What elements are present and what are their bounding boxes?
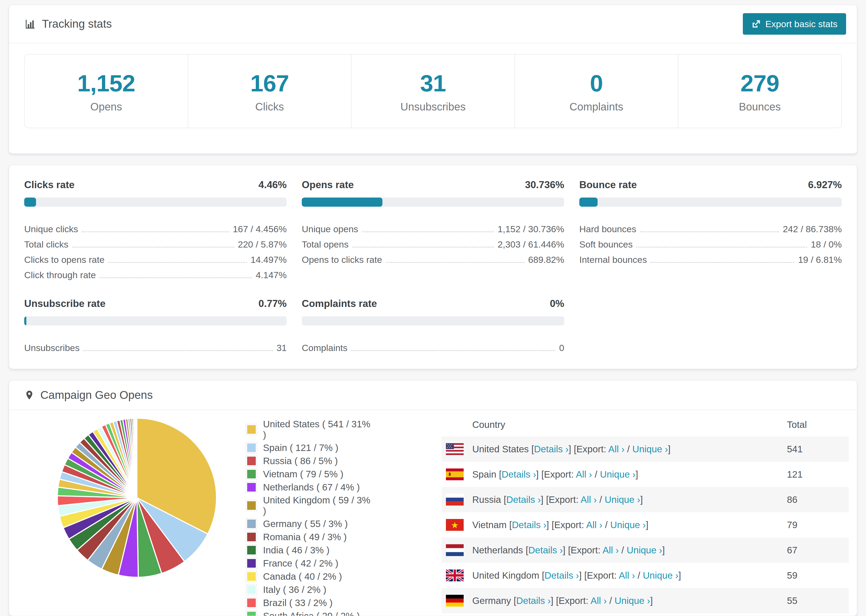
rate-stat-value: 2,303 / 61.446% <box>498 239 564 250</box>
legend-swatch <box>246 424 257 435</box>
stat-label: Complaints <box>570 101 624 113</box>
legend-item[interactable]: Spain ( 121 / 7% ) <box>246 442 372 453</box>
rate-block-header: Opens rate 30.736% <box>302 179 564 190</box>
geo-table-header: Country Total <box>442 413 849 437</box>
stats-summary-row: 1,152 Opens 167 Clicks 31 Unsubscribes 0… <box>24 54 842 128</box>
stat-clicks: 167 Clicks <box>188 55 351 128</box>
rate-block-header: Complaints rate 0% <box>302 298 564 310</box>
rate-block: Unsubscribe rate 0.77% Unsubscribes 31 <box>24 298 287 353</box>
tracking-stats-header: Tracking stats Export basic stats <box>9 5 857 43</box>
export-all-link[interactable]: All › <box>608 444 625 454</box>
country-cell: United Kingdom [Details ›] [Export: All … <box>472 570 787 581</box>
geo-table-row: Netherlands [Details ›] [Export: All › /… <box>442 537 849 563</box>
legend-item[interactable]: India ( 46 / 3% ) <box>246 545 372 556</box>
details-link[interactable]: Details › <box>502 469 536 479</box>
legend-swatch <box>246 500 257 511</box>
rate-stat-row: Hard bounces 242 / 86.738% <box>579 219 842 234</box>
export-unique-link[interactable]: Unique › <box>610 520 646 530</box>
rate-stat-value: 14.497% <box>251 255 287 265</box>
rate-stat-value: 19 / 6.81% <box>798 255 842 265</box>
legend-item[interactable]: Germany ( 55 / 3% ) <box>246 518 372 530</box>
rate-stat-row: Soft bounces 18 / 0% <box>579 234 842 250</box>
rate-stat-label: Hard bounces <box>579 224 636 234</box>
export-all-link[interactable]: All › <box>602 545 619 555</box>
details-link[interactable]: Details › <box>506 494 540 505</box>
country-total: 121 <box>787 469 849 480</box>
details-link[interactable]: Details › <box>512 520 546 530</box>
legend-label: Spain ( 121 / 7% ) <box>263 442 339 453</box>
export-icon <box>751 19 761 29</box>
country-name: Vietnam <box>472 520 507 530</box>
progress-bar <box>302 198 564 207</box>
export-unique-link[interactable]: Unique › <box>605 494 640 505</box>
legend-item[interactable]: Netherlands ( 67 / 4% ) <box>246 482 372 493</box>
details-link[interactable]: Details › <box>545 570 579 580</box>
dotted-leader <box>386 262 524 263</box>
country-cell: United States [Details ›] [Export: All ›… <box>472 444 787 454</box>
export-all-link[interactable]: All › <box>590 595 607 606</box>
geo-opens-pie-chart <box>54 415 220 581</box>
legend-item[interactable]: Canada ( 40 / 2% ) <box>246 571 372 582</box>
rate-stat-label: Total opens <box>302 239 348 250</box>
export-unique-link[interactable]: Unique › <box>600 469 636 479</box>
export-unique-link[interactable]: Unique › <box>614 595 650 606</box>
pie-legend: United States ( 541 / 31% ) Spain ( 121 … <box>246 419 372 616</box>
export-basic-stats-button[interactable]: Export basic stats <box>743 13 846 35</box>
export-unique-link[interactable]: Unique › <box>643 570 678 580</box>
legend-item[interactable]: Romania ( 49 / 3% ) <box>246 531 372 543</box>
rate-block: Opens rate 30.736% Unique opens 1,152 / … <box>302 179 564 280</box>
rate-block-header: Clicks rate 4.46% <box>24 179 287 190</box>
rate-stat-value: 689.82% <box>528 255 564 265</box>
rate-title: Opens rate <box>302 179 354 190</box>
progress-bar <box>302 316 564 325</box>
legend-label: Brazil ( 33 / 2% ) <box>263 597 333 608</box>
legend-swatch <box>246 610 257 616</box>
legend-item[interactable]: South Africa ( 29 / 2% ) <box>246 610 372 616</box>
legend-item[interactable]: Brazil ( 33 / 2% ) <box>246 597 372 608</box>
legend-swatch <box>246 531 257 543</box>
export-all-link[interactable]: All › <box>581 494 597 505</box>
legend-item[interactable]: Italy ( 36 / 2% ) <box>246 584 372 595</box>
legend-item[interactable]: Russia ( 86 / 5% ) <box>246 455 372 467</box>
rate-stat-row: Unique opens 1,152 / 30.736% <box>302 219 564 234</box>
geo-table-row: United States [Details ›] [Export: All ›… <box>442 437 849 462</box>
export-all-link[interactable]: All › <box>586 520 602 530</box>
rate-stat-row: Total opens 2,303 / 61.446% <box>302 234 564 250</box>
legend-swatch <box>246 455 257 467</box>
details-link[interactable]: Details › <box>534 444 568 454</box>
rate-value: 4.46% <box>258 179 287 190</box>
rates-card: Clicks rate 4.46% Unique clicks 167 / 4.… <box>9 165 857 369</box>
rate-block-header: Bounce rate 6.927% <box>579 179 842 190</box>
dotted-leader <box>650 262 794 263</box>
legend-item[interactable]: Vietnam ( 79 / 5% ) <box>246 468 372 480</box>
country-total: 59 <box>787 570 849 581</box>
export-unique-link[interactable]: Unique › <box>627 545 662 555</box>
stat-value: 167 <box>250 70 289 97</box>
rate-title: Complaints rate <box>302 298 377 310</box>
progress-bar <box>24 198 287 207</box>
dotted-leader <box>99 277 252 278</box>
export-all-link[interactable]: All › <box>576 469 592 479</box>
legend-item[interactable]: France ( 42 / 2% ) <box>246 558 372 569</box>
details-link[interactable]: Details › <box>528 545 563 555</box>
flag-ru-icon <box>446 494 464 506</box>
legend-item[interactable]: United States ( 541 / 31% ) <box>246 419 372 440</box>
rate-stat-label: Internal bounces <box>579 255 647 265</box>
flag-vn-icon <box>446 519 464 531</box>
rate-value: 6.927% <box>808 179 842 190</box>
rate-stat-label: Click through rate <box>24 270 96 280</box>
export-all-link[interactable]: All › <box>619 570 635 580</box>
details-link[interactable]: Details › <box>516 595 551 606</box>
export-unique-link[interactable]: Unique › <box>632 444 668 454</box>
legend-swatch <box>246 558 257 569</box>
dotted-leader <box>83 350 273 351</box>
legend-swatch <box>246 571 257 582</box>
stat-label: Opens <box>90 101 122 113</box>
stat-unsubscribes: 31 Unsubscribes <box>351 55 515 128</box>
rate-stat-value: 0 <box>559 343 564 353</box>
legend-item[interactable]: United Kingdom ( 59 / 3% ) <box>246 495 372 516</box>
rate-stat-row: Complaints 0 <box>302 338 564 353</box>
stat-value: 0 <box>590 70 603 97</box>
dotted-leader <box>109 262 247 263</box>
country-total: 67 <box>787 545 849 556</box>
